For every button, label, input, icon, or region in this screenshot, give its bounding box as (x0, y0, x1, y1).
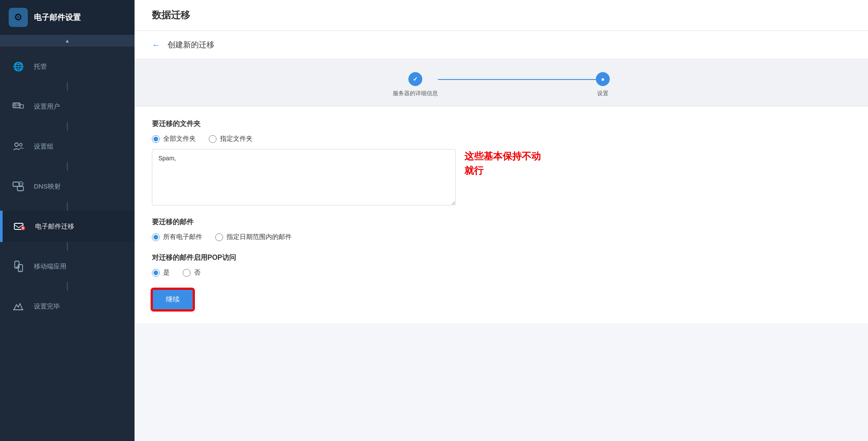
pop-yes-input[interactable] (152, 269, 160, 277)
pop-yes-radio[interactable]: 是 (152, 269, 170, 277)
svg-point-6 (20, 143, 22, 146)
sidebar-title: 电子邮件设置 (34, 12, 81, 23)
emails-radio-group: 所有电子邮件 指定日期范围内的邮件 (152, 233, 851, 241)
page-title: 数据迁移 (152, 10, 190, 20)
page-header: 数据迁移 (135, 0, 868, 31)
continue-button[interactable]: 继续 (152, 289, 194, 310)
sidebar-item-setup-groups[interactable]: 设置组 (0, 131, 135, 162)
folders-all-radio[interactable]: 全部文件夹 (152, 135, 196, 143)
folders-all-label: 全部文件夹 (163, 135, 196, 143)
page-content: ← 创建新的迁移 ✓ 服务器的详细信息 ● 设置 要迁移的文件夹 (135, 31, 868, 441)
nav-connector-2 (0, 122, 135, 131)
pop-radio-group: 是 否 (152, 269, 851, 277)
back-button[interactable]: ← (152, 40, 161, 50)
nav-connector-6 (0, 282, 135, 291)
sidebar-item-dns-mapping[interactable]: DNS映射 (0, 171, 135, 202)
pop-no-input[interactable] (183, 269, 191, 277)
step-1-label: 服务器的详细信息 (393, 90, 438, 97)
step-2-label: 设置 (597, 90, 608, 97)
form-section: 要迁移的文件夹 全部文件夹 指定文件夹 Spam, 这些基本保持不动就行 (135, 106, 868, 323)
svg-rect-4 (20, 105, 23, 108)
svg-point-5 (15, 143, 18, 146)
mobile-apps-icon (10, 259, 26, 274)
exclude-folders-textarea[interactable]: Spam, (152, 149, 456, 206)
emails-all-input[interactable] (152, 233, 160, 241)
emails-all-radio[interactable]: 所有电子邮件 (152, 233, 202, 241)
nav-connector-5 (0, 242, 135, 251)
sidebar-item-label: 电子邮件迁移 (35, 222, 74, 231)
hosting-icon: 🌐 (10, 59, 26, 74)
sidebar-item-label: 设置组 (34, 143, 53, 151)
folders-specific-label: 指定文件夹 (220, 135, 253, 143)
sidebar-item-label: 设置完毕 (34, 302, 60, 311)
pop-group: 对迁移的邮件启用POP访问 是 否 (152, 253, 851, 277)
back-bar: ← 创建新的迁移 (135, 31, 868, 59)
step-1: ✓ 服务器的详细信息 (393, 72, 438, 97)
sidebar-nav: 🌐 托管 设置用户 (0, 46, 135, 441)
emails-title: 要迁移的邮件 (152, 218, 851, 227)
email-migration-icon (12, 219, 27, 234)
sidebar-item-label: 托管 (34, 63, 47, 71)
svg-rect-8 (17, 186, 23, 191)
svg-point-17 (20, 270, 21, 271)
setup-complete-icon (10, 298, 26, 314)
pop-yes-label: 是 (163, 269, 170, 277)
step-2: ● 设置 (596, 72, 610, 97)
users-icon (10, 99, 26, 114)
sidebar-item-label: 设置用户 (34, 103, 60, 111)
sidebar-item-hosting[interactable]: 🌐 托管 (0, 51, 135, 82)
sidebar: ⚙ 电子邮件设置 ▲ 🌐 托管 设置用户 (0, 0, 135, 441)
svg-point-16 (16, 266, 17, 267)
emails-all-label: 所有电子邮件 (163, 233, 202, 241)
app-logo: ⚙ (9, 8, 28, 27)
pop-no-label: 否 (194, 269, 201, 277)
sidebar-header: ⚙ 电子邮件设置 (0, 0, 135, 35)
emails-date-range-label: 指定日期范围内的邮件 (227, 233, 292, 241)
textarea-row: Spam, 这些基本保持不动就行 (152, 149, 851, 206)
pop-no-radio[interactable]: 否 (183, 269, 201, 277)
pop-title: 对迁移的邮件启用POP访问 (152, 253, 851, 262)
sidebar-item-setup-complete[interactable]: 设置完毕 (0, 291, 135, 322)
nav-connector-1 (0, 82, 135, 91)
back-label: 创建新的迁移 (168, 40, 214, 50)
folders-group: 要迁移的文件夹 全部文件夹 指定文件夹 Spam, 这些基本保持不动就行 (152, 119, 851, 206)
folders-all-input[interactable] (152, 135, 160, 143)
nav-connector-4 (0, 202, 135, 211)
nav-connector-3 (0, 162, 135, 171)
sidebar-item-label: DNS映射 (34, 182, 61, 191)
scroll-up-button[interactable]: ▲ (0, 35, 135, 46)
main-content: 数据迁移 ← 创建新的迁移 ✓ 服务器的详细信息 ● 设置 (135, 0, 868, 441)
folders-specific-radio[interactable]: 指定文件夹 (209, 135, 253, 143)
groups-icon (10, 139, 26, 154)
step-line (438, 79, 596, 80)
step-2-circle: ● (596, 72, 610, 86)
logo-icon: ⚙ (14, 12, 23, 23)
sidebar-item-mobile-apps[interactable]: 移动端应用 (0, 251, 135, 282)
svg-point-1 (14, 104, 16, 106)
folders-radio-group: 全部文件夹 指定文件夹 (152, 135, 851, 143)
stepper: ✓ 服务器的详细信息 ● 设置 (393, 72, 610, 97)
dns-icon (10, 179, 26, 194)
stepper-section: ✓ 服务器的详细信息 ● 设置 (135, 59, 868, 106)
sidebar-item-email-migration[interactable]: 电子邮件迁移 (0, 211, 135, 242)
folders-specific-input[interactable] (209, 135, 217, 143)
sidebar-item-label: 移动端应用 (34, 262, 66, 271)
svg-rect-7 (13, 182, 19, 186)
emails-date-range-radio[interactable]: 指定日期范围内的邮件 (215, 233, 292, 241)
emails-group: 要迁移的邮件 所有电子邮件 指定日期范围内的邮件 (152, 218, 851, 241)
emails-date-range-input[interactable] (215, 233, 223, 241)
folders-title: 要迁移的文件夹 (152, 119, 851, 129)
annotation-text: 这些基本保持不动就行 (464, 149, 541, 178)
step-1-circle: ✓ (408, 72, 422, 86)
sidebar-item-setup-users[interactable]: 设置用户 (0, 91, 135, 122)
